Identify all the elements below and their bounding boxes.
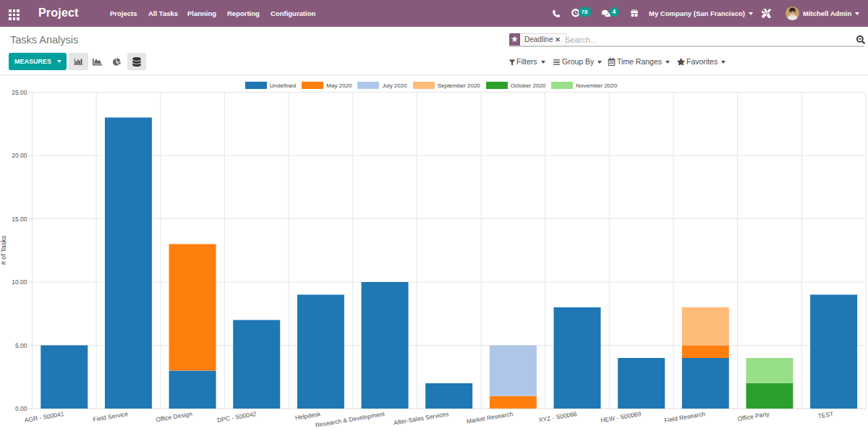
svg-text:TEST: TEST [817, 410, 834, 419]
svg-text:Field Service: Field Service [93, 410, 129, 423]
svg-text:25.00: 25.00 [12, 89, 27, 96]
svg-text:Helpdesk: Helpdesk [294, 410, 321, 422]
svg-text:XYZ - S00066: XYZ - S00066 [538, 410, 578, 424]
svg-text:After-Sales Services: After-Sales Services [393, 410, 449, 427]
svg-text:DPC - S00042: DPC - S00042 [216, 410, 257, 424]
svg-text:# of Tasks: # of Tasks [0, 235, 7, 265]
svg-text:5.00: 5.00 [15, 342, 27, 349]
svg-text:AGR - S00041: AGR - S00041 [24, 410, 64, 424]
svg-text:10.00: 10.00 [12, 278, 27, 286]
svg-text:Market Research: Market Research [466, 410, 514, 425]
svg-text:Office Design: Office Design [156, 410, 193, 423]
svg-text:Field Research: Field Research [664, 410, 706, 424]
svg-text:Research & Development: Research & Development [315, 410, 386, 429]
svg-text:20.00: 20.00 [12, 152, 27, 159]
svg-text:Office Party: Office Party [737, 410, 770, 422]
svg-text:HEW - S00069: HEW - S00069 [600, 410, 642, 424]
svg-text:15.00: 15.00 [12, 216, 27, 223]
svg-text:0.00: 0.00 [15, 405, 27, 412]
